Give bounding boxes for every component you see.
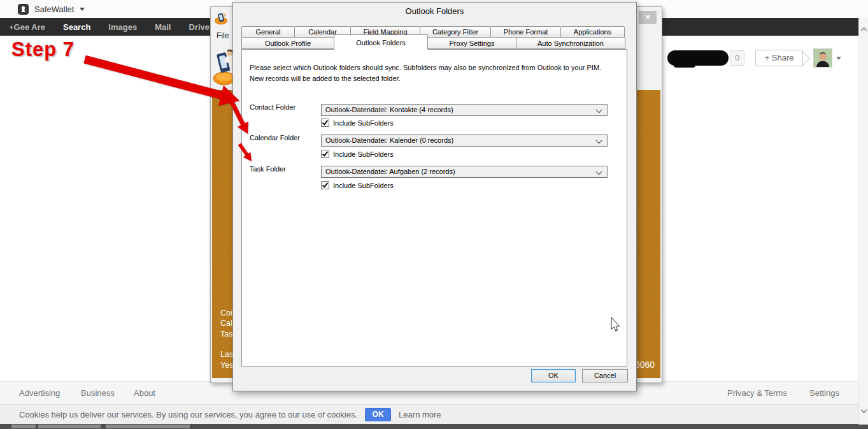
tab-proxy-settings[interactable]: Proxy Settings [427,37,516,49]
checkbox-label: Include SubFolders [333,150,394,158]
arrow-to-contact-folder [85,59,223,96]
tab-category-filter[interactable]: Category Filter [420,26,491,38]
calendar-folder-value: Outlook-Datendatei: Kalender (0 records) [325,136,453,144]
task-folder-label: Task Folder [250,165,286,173]
nav-item-search[interactable]: Search [63,22,90,32]
dialog-tab-row-1: General Calendar Field Mapping Category … [241,26,627,38]
avatar[interactable] [813,48,832,68]
safewallet-keyhole-icon [18,4,29,15]
cookie-message: Cookies help us deliver our services. By… [19,410,357,419]
tab-outlook-folders[interactable]: Outlook Folders [334,34,428,50]
share-button[interactable]: + Share [755,50,803,66]
dialog-intro-text: Please select which Outlook folders shou… [250,62,614,84]
footer-link-privacy-terms[interactable]: Privacy & Terms [727,388,787,398]
nav-item-mail[interactable]: Mail [155,22,171,32]
scroll-down-icon[interactable] [861,407,867,414]
checkbox-label: Include SubFolders [333,119,394,127]
checkbox-checked-icon[interactable] [321,150,329,158]
calendar-folder-select[interactable]: Outlook-Datendatei: Kalender (0 records) [321,135,608,147]
contact-include-subfolders-checkbox[interactable]: Include SubFolders [321,119,394,127]
notification-count-button[interactable]: 0 [730,50,744,66]
calendar-include-subfolders-checkbox[interactable]: Include SubFolders [321,150,394,158]
checkbox-checked-icon[interactable] [321,119,329,127]
nav-item-gee-are[interactable]: +Gee Are [9,22,45,32]
contact-folder-label: Contact Folder [250,103,295,111]
outlook-folders-dialog: Outlook Folders General Calendar Field M… [232,2,637,391]
app-logo-icon [214,11,228,25]
screen: SafeWallet +Gee Are Search Images Mail D… [0,0,868,429]
app-logo-large [213,48,234,87]
nav-item-images[interactable]: Images [108,22,137,32]
dialog-title: Outlook Folders [233,6,636,16]
cookie-ok-button[interactable]: OK [365,408,391,421]
footer-link-advertising[interactable]: Advertising [19,388,60,398]
tab-auto-synchronization[interactable]: Auto Synchronization [516,37,625,49]
dialog-tab-row-2: Outlook Profile Outlook Folders Proxy Se… [241,37,627,49]
scroll-up-icon[interactable] [861,27,867,34]
task-include-subfolders-checkbox[interactable]: Include SubFolders [321,181,394,189]
taskbar-segment [106,425,190,428]
calendar-folder-label: Calendar Folder [250,134,300,142]
dialog-tab-page: Please select which Outlook folders shou… [241,49,627,367]
footer-link-settings[interactable]: Settings [809,388,839,398]
ok-button[interactable]: OK [531,369,576,382]
chevron-down-icon[interactable] [80,8,85,11]
nav-item-drive[interactable]: Drive [189,22,210,32]
footer-link-business[interactable]: Business [81,388,115,398]
browser-tab-title: SafeWallet [34,4,74,14]
checkbox-checked-icon[interactable] [321,181,329,189]
browser-tab-safewallet[interactable]: SafeWallet [18,2,85,16]
cookie-learn-more-link[interactable]: Learn more [399,410,441,419]
page-scrollbar[interactable] [858,18,868,425]
file-menu[interactable]: File [217,31,229,40]
contact-folder-value: Outlook-Datendatei: Kontakte (4 records) [325,106,453,113]
avatar-dropdown-icon[interactable] [836,57,841,60]
tab-applications[interactable]: Applications [560,26,625,38]
checkbox-label: Include SubFolders [333,182,394,189]
cookie-notice-bar: Cookies help us deliver our services. By… [0,404,868,424]
redacted-label [667,50,729,66]
taskbar-segment [11,425,36,428]
contact-folder-select[interactable]: Outlook-Datendatei: Kontakte (4 records) [321,104,608,116]
footer-link-about[interactable]: About [134,388,155,398]
tab-general[interactable]: General [241,26,295,38]
app-number-fragment: 6060 [635,360,655,370]
taskbar-edge [0,424,868,429]
tab-outlook-profile[interactable]: Outlook Profile [241,37,334,49]
app-close-button[interactable]: × [639,11,657,24]
task-folder-select[interactable]: Outlook-Datendatei: Aufgaben (2 records) [321,166,608,178]
cancel-button[interactable]: Cancel [582,369,628,382]
step-annotation: Step 7 [11,38,75,61]
task-folder-value: Outlook-Datendatei: Aufgaben (2 records) [325,168,455,175]
taskbar-segment [38,425,101,428]
tab-phone-format[interactable]: Phone Format [490,26,561,38]
